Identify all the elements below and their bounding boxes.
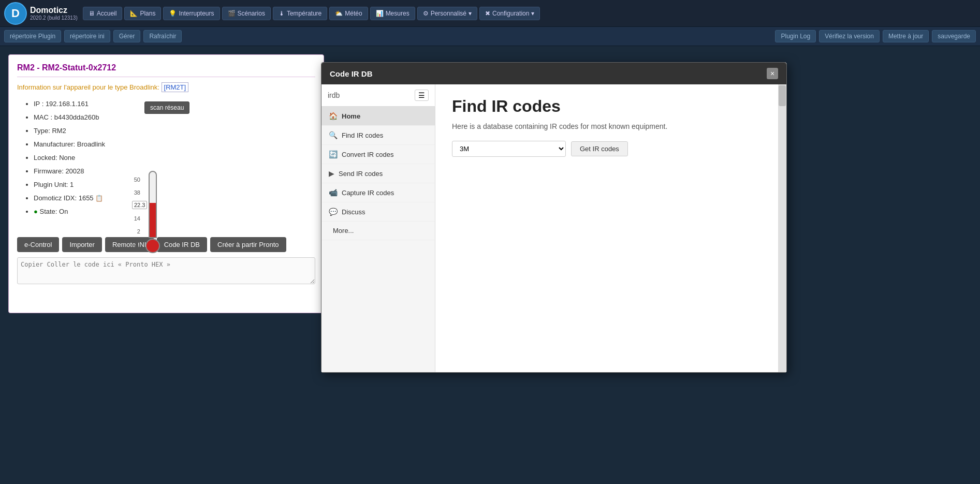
device-info: IP : 192.168.1.161 MAC : b4430dda260b Ty… — [17, 97, 105, 218]
mettre-a-jour-btn[interactable]: Mettre à jour — [883, 30, 929, 42]
rafraichir-btn[interactable]: Rafraîchir — [143, 30, 182, 42]
device-ip: IP : 192.168.1.161 — [34, 97, 105, 111]
irdb-menu-btn[interactable]: ☰ — [415, 90, 429, 101]
irdb-title: irdb — [328, 91, 340, 99]
device-state: ● State: On — [34, 205, 105, 218]
device-mac: MAC : b4430dda260b — [34, 111, 105, 124]
get-ir-codes-btn[interactable]: Get IR codes — [571, 141, 628, 156]
irdb-nav-send-ir[interactable]: ▶ Send IR codes — [321, 164, 435, 183]
irdb-sidebar: irdb ☰ 🏠 Home 🔍 Find IR codes 🔄 Convert … — [321, 84, 435, 321]
home-icon: 🏠 — [329, 112, 338, 120]
pronto-hex-textarea[interactable] — [17, 257, 315, 284]
irdb-nav-discuss[interactable]: 💬 Discuss — [321, 202, 435, 222]
search-icon: 🔍 — [329, 131, 338, 139]
creer-pronto-btn[interactable]: Créer à partir Pronto — [210, 237, 286, 252]
right-buttons: Plugin Log Vérifiez la version Mettre à … — [775, 30, 976, 42]
device-plugin-unit: Plugin Unit: 1 — [34, 178, 105, 192]
nav-mesures[interactable]: 📊 Mesures — [370, 7, 415, 20]
camera-icon: 📹 — [329, 188, 338, 197]
irdb-nav-home[interactable]: 🏠 Home — [321, 107, 435, 126]
action-buttons: e-Control Importer Remote INI Code IR DB… — [17, 237, 315, 252]
logo-area: D Domoticz 2020.2 (build 12313) — [4, 2, 78, 25]
nav-plans[interactable]: 📐 Plans — [124, 7, 161, 20]
irdb-nav-find-ir[interactable]: 🔍 Find IR codes — [321, 126, 435, 145]
nav-interrupteurs[interactable]: 💡 Interrupteurs — [163, 7, 220, 20]
e-control-btn[interactable]: e-Control — [17, 237, 59, 252]
sauvegarde-btn[interactable]: sauvegarde — [932, 30, 976, 42]
device-type: Type: RM2 — [34, 124, 105, 138]
irdb-main: Find IR codes Here is a database contain… — [435, 84, 778, 321]
gerer-btn[interactable]: Gérer — [113, 30, 141, 42]
copy-icon[interactable]: 📋 — [95, 195, 103, 202]
nav-accueil[interactable]: 🖥 Accueil — [83, 7, 123, 20]
irdb-select-row: 3M ABB Acer Aiwa Bose LG Panasonic Samsu… — [452, 141, 762, 157]
plugin-log-btn[interactable]: Plugin Log — [775, 30, 816, 42]
nav-configuration[interactable]: ✖ Configuration ▾ — [479, 7, 540, 20]
main-content: RM2 - RM2-Statut-0x2712 Information sur … — [0, 46, 980, 321]
irdb-brand-select[interactable]: 3M ABB Acer Aiwa Bose LG Panasonic Samsu… — [452, 141, 566, 157]
irdb-header: irdb ☰ — [321, 84, 435, 107]
irdb-nav: 🏠 Home 🔍 Find IR codes 🔄 Convert IR code… — [321, 107, 435, 321]
modal-close-btn[interactable]: × — [767, 68, 778, 79]
repertoire-plugin-btn[interactable]: répertoire Plugin — [4, 30, 61, 42]
nav-scenarios[interactable]: 🎬 Scénarios — [222, 7, 271, 20]
modal-header: Code IR DB × — [321, 63, 786, 84]
irdb-main-heading: Find IR codes — [452, 97, 762, 116]
sub-toolbar: répertoire Plugin répertoire ini Gérer R… — [0, 27, 980, 46]
nav-meteo[interactable]: ⛅ Météo — [329, 7, 368, 20]
device-type-link[interactable]: [RM2T] — [162, 82, 189, 92]
irdb-nav-more[interactable]: More... — [321, 222, 435, 240]
scrollbar-thumb[interactable] — [779, 85, 786, 106]
left-panel: RM2 - RM2-Statut-0x2712 Information sur … — [8, 54, 324, 313]
top-navigation: D Domoticz 2020.2 (build 12313) 🖥 Accuei… — [0, 0, 980, 27]
device-firmware: Firmware: 20028 — [34, 165, 105, 178]
logo-icon: D — [4, 2, 27, 25]
nav-buttons: 🖥 Accueil 📐 Plans 💡 Interrupteurs 🎬 Scén… — [83, 7, 540, 20]
thermo-value: 22.3 — [132, 201, 147, 209]
nav-personnalise[interactable]: ⚙ Personnalisé ▾ — [417, 7, 477, 20]
scan-reseau-btn[interactable]: scan réseau — [144, 101, 189, 114]
info-label: Information sur l'appareil pour le type … — [17, 83, 315, 91]
app-name: Domoticz 2020.2 (build 12313) — [30, 5, 78, 21]
device-manufacturer: Manufacturer: Broadlink — [34, 138, 105, 151]
modal-scrollbar[interactable] — [778, 84, 786, 321]
panel-title: RM2 - RM2-Statut-0x2712 — [17, 63, 315, 77]
importer-btn[interactable]: Importer — [62, 237, 101, 252]
thermometer: 50 38 26 14 2 -10 22.3 — [132, 171, 160, 251]
irdb-main-description: Here is a database containing IR codes f… — [452, 122, 762, 130]
nav-temperature[interactable]: 🌡 Température — [273, 7, 327, 20]
convert-icon: 🔄 — [329, 150, 338, 158]
code-ir-db-modal: Code IR DB × irdb ☰ 🏠 Home 🔍 Find IR co — [321, 62, 787, 321]
code-ir-db-btn[interactable]: Code IR DB — [157, 237, 207, 252]
chat-icon: 💬 — [329, 208, 338, 216]
verifiez-version-btn[interactable]: Vérifiez la version — [819, 30, 880, 42]
device-locked: Locked: None — [34, 151, 105, 165]
play-icon: ▶ — [329, 169, 334, 178]
irdb-nav-capture-ir[interactable]: 📹 Capture IR codes — [321, 183, 435, 202]
repertoire-ini-btn[interactable]: répertoire ini — [64, 30, 110, 42]
modal-body: irdb ☰ 🏠 Home 🔍 Find IR codes 🔄 Convert … — [321, 84, 786, 321]
device-idx: Domoticz IDX: 1655 📋 — [34, 192, 105, 205]
thermo-scale: 50 38 26 14 2 -10 — [132, 173, 140, 251]
modal-title: Code IR DB — [330, 69, 373, 78]
irdb-nav-convert-ir[interactable]: 🔄 Convert IR codes — [321, 145, 435, 164]
